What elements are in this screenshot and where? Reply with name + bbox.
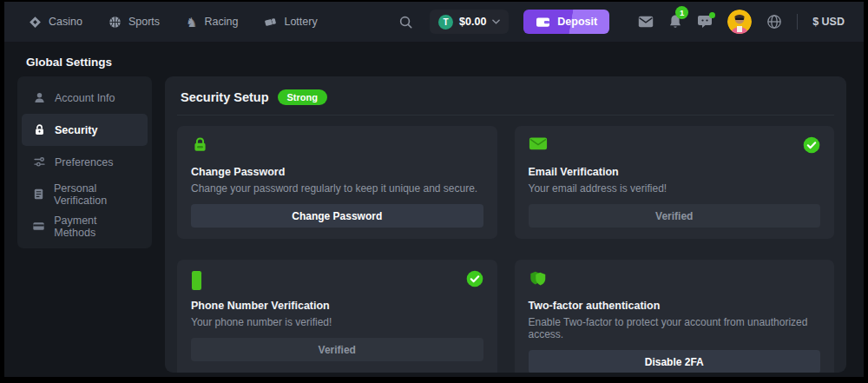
card-description: Your phone number is verified!: [191, 316, 483, 328]
sidebar-item-label: Personal Verification: [54, 182, 137, 207]
panel-header: Security Setup Strong: [177, 89, 834, 105]
two-factor-card: Two-factor authentication Enable Two-fac…: [515, 260, 835, 373]
panel-title: Security Setup: [181, 90, 269, 104]
nav-item-casino[interactable]: Casino: [29, 16, 82, 29]
divider: [177, 115, 834, 116]
balance-amount: $0.00: [459, 16, 486, 28]
change-password-card: Change Password Change your password reg…: [177, 126, 497, 239]
nav-item-lottery[interactable]: Lottery: [264, 16, 317, 29]
sidebar-item-label: Security: [55, 124, 97, 136]
mail-icon[interactable]: [638, 16, 654, 28]
sidebar-item-label: Account Info: [55, 92, 115, 104]
phone-verified-button[interactable]: Verified: [191, 338, 483, 361]
avatar[interactable]: [727, 10, 752, 34]
security-strength-badge: Strong: [278, 89, 327, 105]
horse-icon: ♞: [186, 17, 197, 28]
globe-icon[interactable]: [766, 14, 782, 30]
nav-item-racing[interactable]: ♞ Racing: [186, 16, 238, 28]
notification-count-badge: 1: [675, 6, 688, 19]
diamond-icon: [29, 16, 42, 29]
sidebar-item-payment-methods[interactable]: Payment Methods: [22, 210, 148, 242]
search-icon[interactable]: [398, 15, 413, 30]
security-cards-grid: Change Password Change your password reg…: [177, 126, 834, 373]
card-title: Change Password: [191, 166, 483, 178]
ticket-icon: [264, 16, 277, 29]
sidebar-item-security[interactable]: Security: [22, 114, 148, 146]
online-status-dot: [709, 12, 715, 18]
disable-2fa-button[interactable]: Disable 2FA: [529, 350, 821, 373]
change-password-button[interactable]: Change Password: [191, 204, 483, 228]
nav-label: Lottery: [284, 16, 317, 28]
app-window: Casino Sports ♞ Racing Lottery: [4, 2, 864, 377]
card-title: Phone Number Verification: [191, 300, 483, 312]
envelope-icon: [529, 136, 548, 151]
padlock-icon: [191, 136, 209, 153]
deposit-button[interactable]: Deposit: [523, 10, 609, 34]
chat-button[interactable]: [697, 15, 713, 29]
main-nav: Casino Sports ♞ Racing Lottery: [29, 16, 318, 29]
lock-icon: [32, 123, 46, 136]
settings-sidebar: Account Info Security Preferences Person…: [17, 76, 152, 248]
sliders-icon: [32, 155, 46, 168]
card-title: Email Verification: [529, 166, 821, 178]
top-navigation-bar: Casino Sports ♞ Racing Lottery: [4, 2, 864, 42]
verified-check-icon: [466, 270, 483, 287]
notifications-bell[interactable]: 1: [668, 14, 682, 30]
sidebar-item-preferences[interactable]: Preferences: [22, 146, 148, 178]
card-description: Change your password regularly to keep i…: [191, 182, 483, 195]
currency-label: $ USD: [812, 16, 845, 28]
user-icon: [32, 91, 46, 104]
wallet-balance-dropdown[interactable]: T $0.00: [430, 10, 509, 34]
email-verified-button[interactable]: Verified: [529, 204, 821, 228]
card-title: Two-factor authentication: [529, 300, 821, 312]
chevron-down-icon: [492, 19, 500, 24]
sidebar-item-label: Preferences: [55, 156, 113, 168]
currency-selector[interactable]: $ USD: [812, 16, 845, 28]
page-title: Global Settings: [26, 56, 112, 69]
nav-item-sports[interactable]: Sports: [108, 16, 160, 29]
card-description: Your email address is verified!: [529, 182, 821, 195]
nav-label: Sports: [128, 16, 160, 28]
email-verification-card: Email Verification Your email address is…: [515, 126, 835, 239]
sidebar-item-account-info[interactable]: Account Info: [22, 82, 148, 114]
shield-icon: [529, 270, 548, 288]
sidebar-item-label: Payment Methods: [54, 215, 137, 239]
topbar-right-cluster: T $0.00 Deposit 1: [398, 10, 845, 34]
wallet-icon: [536, 16, 550, 29]
phone-icon: [191, 270, 202, 291]
nav-label: Casino: [49, 16, 82, 28]
card-description: Enable Two-factor to protect your accoun…: [529, 316, 821, 340]
sidebar-item-personal-verification[interactable]: Personal Verification: [22, 178, 148, 210]
tether-coin-icon: T: [438, 15, 453, 30]
basketball-icon: [108, 16, 122, 29]
verified-check-icon: [803, 136, 820, 154]
phone-verification-card: Phone Number Verification Your phone num…: [177, 260, 497, 373]
nav-label: Racing: [205, 16, 239, 28]
security-setup-panel: Security Setup Strong Change Password Ch…: [165, 76, 846, 373]
deposit-label: Deposit: [557, 16, 597, 28]
credit-card-icon: [32, 220, 45, 233]
document-icon: [32, 188, 45, 201]
divider: [797, 14, 798, 30]
